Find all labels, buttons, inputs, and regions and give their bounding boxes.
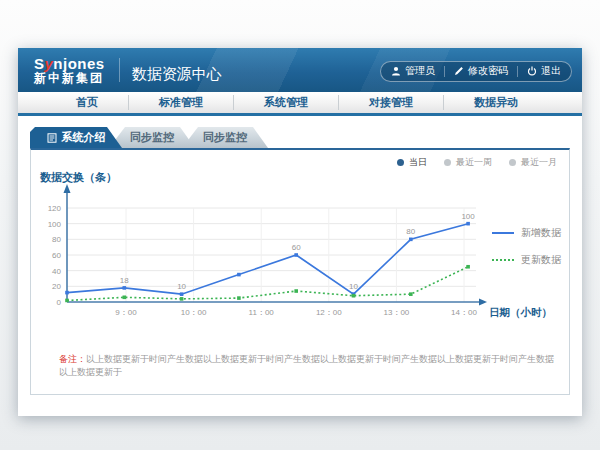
- tab-label: 同步监控: [203, 130, 247, 145]
- y-axis-title: 数据交换（条）: [40, 170, 117, 185]
- person-icon: [391, 66, 401, 76]
- page-title: 数据资源中心: [132, 65, 222, 84]
- chart-panel: 0204060801001209：0010：0011：0012：0013：001…: [30, 148, 570, 395]
- current-user-label: 管理员: [405, 64, 435, 78]
- period-filter: 当日 最近一周 最近一月: [397, 156, 557, 169]
- logo-company-name: 新中新集团: [34, 72, 105, 85]
- svg-text:日期（小时）: 日期（小时）: [489, 306, 552, 319]
- nav-item-system-mgmt[interactable]: 系统管理: [233, 95, 338, 110]
- svg-text:100: 100: [48, 220, 62, 229]
- dotted-line-swatch-icon: [492, 259, 514, 261]
- period-label: 当日: [409, 156, 427, 169]
- tab-label: 系统介绍: [62, 130, 106, 145]
- period-label: 最近一月: [521, 156, 557, 169]
- svg-text:10: 10: [177, 282, 186, 291]
- period-option-last-month[interactable]: 最近一月: [509, 156, 557, 169]
- svg-text:10：00: 10：00: [181, 308, 207, 317]
- footnote: 备注：以上数据更新于时间产生数据以上数据更新于时间产生数据以上数据更新于时间产生…: [59, 353, 554, 378]
- svg-text:11：00: 11：00: [249, 308, 275, 317]
- power-icon: [527, 66, 537, 76]
- nav-item-interface-mgmt[interactable]: 对接管理: [338, 95, 443, 110]
- period-option-today[interactable]: 当日: [397, 156, 427, 169]
- period-label: 最近一周: [456, 156, 492, 169]
- legend-label: 更新数据: [521, 253, 561, 267]
- nav-item-standard-mgmt[interactable]: 标准管理: [128, 95, 233, 110]
- period-option-last-week[interactable]: 最近一周: [444, 156, 492, 169]
- logo-wordmark: Synjones: [34, 56, 105, 72]
- svg-text:120: 120: [48, 204, 62, 213]
- svg-text:12：00: 12：00: [316, 308, 342, 317]
- tab-label: 同步监控: [130, 130, 174, 145]
- logout-label: 退出: [541, 64, 561, 78]
- svg-text:40: 40: [52, 267, 61, 276]
- logout-button[interactable]: 退出: [527, 64, 561, 78]
- pill-divider: [444, 66, 445, 77]
- tab-system-intro[interactable]: 系统介绍: [30, 127, 122, 148]
- radio-dot-icon: [397, 159, 404, 166]
- current-user-button[interactable]: 管理员: [391, 64, 435, 78]
- chart-legend: 新增数据 更新数据: [492, 226, 561, 280]
- radio-dot-icon: [509, 159, 516, 166]
- svg-text:20: 20: [52, 282, 61, 291]
- legend-item-update-data[interactable]: 更新数据: [492, 253, 561, 267]
- header-divider: [119, 58, 120, 82]
- svg-text:100: 100: [461, 212, 475, 221]
- change-password-label: 修改密码: [468, 64, 508, 78]
- synjones-logo: Synjones 新中新集团: [34, 56, 105, 84]
- svg-text:9：00: 9：00: [115, 308, 137, 317]
- svg-text:18: 18: [120, 276, 129, 285]
- svg-text:60: 60: [292, 243, 301, 252]
- document-icon: [47, 133, 57, 143]
- footnote-text: 以上数据更新于时间产生数据以上数据更新于时间产生数据以上数据更新于时间产生数据以…: [59, 354, 554, 377]
- main-nav: 首页 标准管理 系统管理 对接管理 数据异动: [18, 92, 582, 113]
- solid-line-swatch-icon: [492, 232, 514, 234]
- pencil-icon: [454, 66, 464, 76]
- nav-item-home[interactable]: 首页: [46, 95, 128, 110]
- tab-sync-monitor-1[interactable]: 同步监控: [109, 127, 195, 148]
- nav-item-data-change[interactable]: 数据异动: [443, 95, 548, 110]
- app-window: Synjones 新中新集团 数据资源中心 管理员 修改密码 退出 首页 标准管…: [18, 48, 582, 416]
- footnote-label: 备注：: [59, 354, 86, 364]
- legend-label: 新增数据: [521, 226, 561, 240]
- radio-dot-icon: [444, 159, 451, 166]
- app-header: Synjones 新中新集团 数据资源中心 管理员 修改密码 退出: [18, 48, 582, 92]
- svg-text:10: 10: [349, 282, 358, 291]
- legend-item-new-data[interactable]: 新增数据: [492, 226, 561, 240]
- tab-bar: 系统介绍 同步监控 同步监控: [30, 127, 268, 148]
- pill-divider: [517, 66, 518, 77]
- svg-text:0: 0: [57, 298, 62, 307]
- nav-underline: [18, 113, 582, 116]
- svg-text:13：00: 13：00: [384, 308, 410, 317]
- user-toolbar: 管理员 修改密码 退出: [380, 61, 572, 82]
- svg-text:60: 60: [52, 251, 61, 260]
- tab-sync-monitor-2[interactable]: 同步监控: [182, 127, 268, 148]
- change-password-button[interactable]: 修改密码: [454, 64, 508, 78]
- svg-text:80: 80: [406, 227, 415, 236]
- svg-text:14：00: 14：00: [451, 308, 477, 317]
- svg-text:80: 80: [52, 235, 61, 244]
